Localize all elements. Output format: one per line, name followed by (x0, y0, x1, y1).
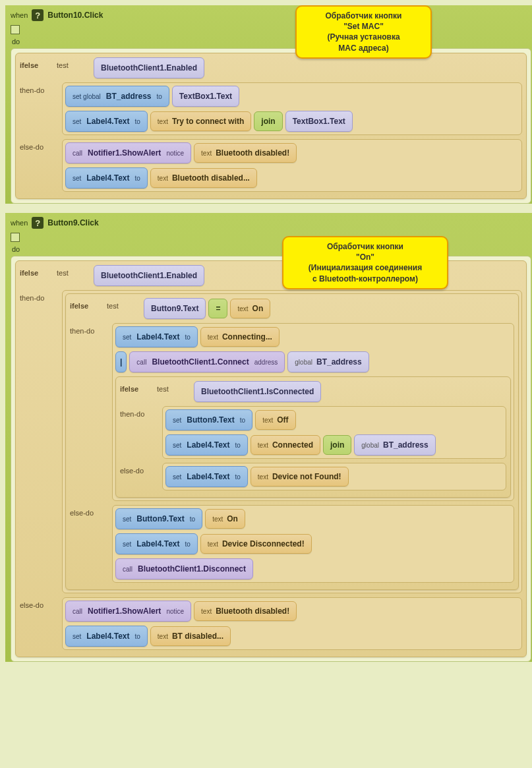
do-label: do (12, 38, 531, 45)
getter-textbox1[interactable]: TextBox1.Text (172, 86, 239, 107)
call-bt-connect[interactable]: | callBluetoothClient1.Connectaddress gl… (115, 351, 511, 372)
set-label4-disconnected[interactable]: setLabel4.Textto textDevice Disconnected… (115, 533, 511, 554)
set-btn9-off[interactable]: setButton9.Textto textOff (165, 409, 503, 430)
event-title: Button9.Click (47, 218, 98, 227)
getter-bt-enabled[interactable]: BluetoothClient1.Enabled (94, 57, 204, 78)
comment-on: Обработчик кнопки "On" (Инициализация со… (282, 236, 448, 289)
help-icon[interactable]: ? (32, 9, 44, 21)
test-label: test (57, 57, 90, 69)
do-label: do (12, 245, 531, 253)
set-btn9-on[interactable]: setButton9.Textto textOn (115, 508, 511, 529)
set-global-btaddr[interactable]: set global BT_address to TextBox1.Text (65, 86, 519, 107)
test-label: test (57, 265, 90, 277)
help-icon[interactable]: ? (32, 217, 44, 229)
set-label4-connecting[interactable]: setLabel4.Textto textConnecting... (115, 326, 511, 347)
text-try-connect[interactable]: text Try to connect with (150, 111, 251, 131)
event-button9-click[interactable]: when ? Button9.Click do ifelse test Blue… (5, 213, 532, 662)
set-label4-tryconnect[interactable]: set Label4.Text to text Try to connect w… (65, 111, 519, 132)
getter-bt-enabled-2[interactable]: BluetoothClient1.Enabled (94, 265, 204, 286)
comment-set-mac: Обработчик кнопки "Set MAC" (Ручная уста… (295, 5, 432, 59)
when-label: when (11, 11, 28, 19)
collapse-toggle[interactable] (11, 25, 20, 34)
text-on[interactable]: textOn (230, 299, 270, 318)
call-bt-disconnect[interactable]: callBluetoothClient1.Disconnect (115, 558, 511, 579)
getter-textbox1-b[interactable]: TextBox1.Text (285, 111, 353, 132)
ifelse-label: ifelse (20, 57, 53, 69)
then-do-label: then-do (20, 82, 58, 94)
event-button10-click[interactable]: when ? Button10.Click do ifelse test Blu… (5, 5, 532, 204)
set-label4-disabled[interactable]: set Label4.Text to text Bluetooth disabl… (65, 167, 519, 189)
ifelse-label: ifelse (20, 265, 53, 277)
set-label4-notfound[interactable]: setLabel4.Textto textDevice not Found! (165, 466, 503, 487)
equals-op[interactable]: = (208, 299, 227, 318)
event-title: Button10.Click (47, 11, 103, 20)
then-do-label: then-do (20, 290, 58, 302)
ifelse-btn9text[interactable]: ifelse test Button9.Text = textOn (65, 293, 519, 590)
text-bt-disabled-dots[interactable]: text Bluetooth disabled... (150, 168, 257, 188)
set-label4-connected[interactable]: setLabel4.Textto textConnected join glob… (165, 434, 503, 456)
call-notifier-2[interactable]: callNotifier1.ShowAlertnotice textBlueto… (65, 601, 519, 622)
when-label: when (11, 219, 28, 227)
ifelse-outer[interactable]: ifelse test BluetoothClient1.Enabled the… (15, 260, 527, 657)
set-label4-btshort[interactable]: setLabel4.Textto textBT disabled... (65, 626, 519, 647)
getter-isconnected[interactable]: BluetoothClient1.IsConnected (194, 381, 321, 402)
getter-btn9text[interactable]: Button9.Text (144, 298, 206, 319)
join-op[interactable]: join (254, 111, 282, 131)
else-do-label: else-do (20, 139, 58, 151)
ifelse-isconnected[interactable]: ifelse test BluetoothClient1.IsConnected… (115, 376, 511, 498)
call-notifier-1[interactable]: call Notifier1.ShowAlert notice text Blu… (65, 142, 519, 163)
else-do-label: else-do (20, 597, 58, 609)
ifelse-block[interactable]: ifelse test BluetoothClient1.Enabled the… (15, 53, 527, 199)
text-bt-disabled[interactable]: text Bluetooth disabled! (194, 143, 297, 163)
collapse-toggle[interactable] (11, 233, 20, 242)
